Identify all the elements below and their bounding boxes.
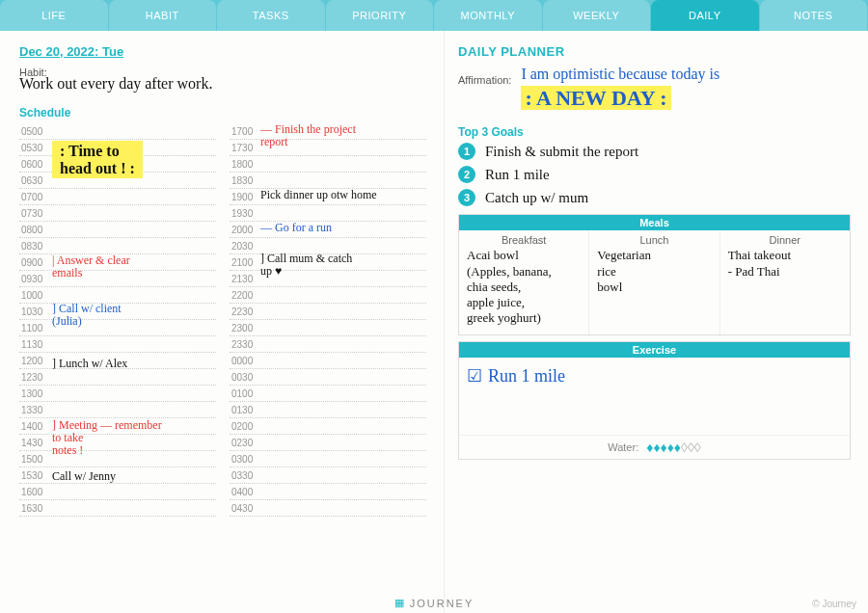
water-tracker[interactable]: Water: ♦♦♦♦♦◊◊◊	[459, 435, 850, 459]
habit-text[interactable]: Work out every day after work.	[19, 75, 426, 93]
exercise: Exercise ☑Run 1 mile Water: ♦♦♦♦♦◊◊◊	[458, 341, 851, 460]
right-column: DAILY PLANNER Affirmation: I am optimist…	[444, 31, 868, 613]
emails-note: | Answer & clear emails	[52, 254, 130, 280]
tab-notes[interactable]: NOTES	[760, 0, 868, 31]
time-slot[interactable]: 1530	[19, 467, 216, 484]
run-note: — Go for a run	[260, 222, 332, 234]
schedule: 0500053006000630070007300800083009000930…	[19, 123, 426, 517]
time-slot[interactable]: 2330	[230, 336, 426, 353]
tab-habit[interactable]: HABIT	[109, 0, 217, 31]
exercise-label: Exercise	[459, 342, 850, 358]
meal-breakfast[interactable]: BreakfastAcai bowl (Apples, banana, chia…	[459, 230, 589, 333]
lunch-note: ] Lunch w/ Alex	[52, 358, 127, 370]
tab-daily[interactable]: DAILY	[651, 0, 759, 31]
checkbox-icon: ☑	[467, 365, 482, 386]
time-slot[interactable]: 1600	[19, 484, 216, 500]
time-slot[interactable]: 0430	[230, 500, 426, 517]
tab-priority[interactable]: PRIORITY	[326, 0, 434, 31]
time-slot[interactable]: 1830	[230, 173, 426, 189]
time-slot[interactable]: 0330	[230, 467, 426, 484]
credit: © Journey	[812, 599, 856, 609]
mum-note: ] Call mum & catch up ♥	[260, 253, 352, 278]
time-slot[interactable]: 0800	[19, 222, 216, 238]
date[interactable]: Dec 20, 2022: Tue	[19, 44, 426, 59]
tab-monthly[interactable]: MONTHLY	[434, 0, 542, 31]
jenny-note: Call w/ Jenny	[52, 470, 116, 483]
time-slot[interactable]: 2200	[230, 287, 426, 304]
time-slot[interactable]: 2300	[230, 320, 426, 336]
water-drop-icon[interactable]: ◊	[688, 440, 694, 455]
time-slot[interactable]: 0000	[230, 353, 426, 369]
goals-label: Top 3 Goals	[458, 125, 851, 139]
meals: Meals BreakfastAcai bowl (Apples, banana…	[458, 214, 851, 334]
notebook-icon: ▦	[394, 597, 406, 609]
meal-dinner[interactable]: DinnerThai takeout - Pad Thai	[720, 230, 850, 333]
goal-2[interactable]: 2Run 1 mile	[458, 166, 851, 183]
affirmation[interactable]: I am optimistic because today is : A NEW…	[521, 65, 719, 112]
water-label: Water:	[608, 441, 638, 453]
meal-lunch[interactable]: LunchVegetarian rice bowl	[589, 230, 719, 333]
affirm-label: Affirmation:	[458, 74, 511, 86]
time-slot[interactable]: 0730	[19, 205, 216, 222]
dinner-note: Pick dinner up otw home	[260, 189, 377, 201]
time-slot[interactable]: 1800	[230, 156, 426, 173]
project-note: — Finish the project report	[260, 123, 356, 148]
headout-note: : Time to head out ! :	[52, 141, 143, 178]
water-drop-icon[interactable]: ◊	[681, 440, 688, 455]
left-column: Dec 20, 2022: Tue Habit: Work out every …	[0, 31, 444, 613]
schedule-col-2: 1700173018001830190019302000203021002130…	[230, 123, 426, 517]
time-slot[interactable]: 1930	[230, 205, 426, 222]
time-slot[interactable]: 0230	[230, 435, 426, 451]
time-slot[interactable]: 1330	[19, 402, 216, 418]
water-drop-icon[interactable]: ♦	[661, 440, 667, 455]
planner-title: DAILY PLANNER	[458, 44, 851, 59]
time-slot[interactable]: 0500	[19, 123, 216, 140]
time-slot[interactable]: 0030	[230, 369, 426, 386]
time-slot[interactable]: 0830	[19, 238, 216, 254]
meeting-note: ] Meeting — remember to take notes !	[52, 419, 162, 458]
time-slot[interactable]: 0400	[230, 484, 426, 500]
time-slot[interactable]: 1300	[19, 386, 216, 402]
time-slot[interactable]: 0300	[230, 451, 426, 467]
water-drop-icon[interactable]: ♦	[667, 440, 674, 455]
tab-bar: LIFE HABIT TASKS PRIORITY MONTHLY WEEKLY…	[0, 0, 868, 31]
meals-label: Meals	[459, 215, 850, 230]
time-slot[interactable]: 1130	[19, 336, 216, 353]
time-slot[interactable]: 1230	[19, 369, 216, 386]
time-slot[interactable]: 0200	[230, 418, 426, 435]
water-drop-icon[interactable]: ♦	[653, 440, 660, 455]
time-slot[interactable]: 0700	[19, 189, 216, 205]
client-note: ] Call w/ client (Julia)	[52, 303, 122, 328]
goal-1[interactable]: 1Finish & submit the report	[458, 143, 851, 160]
tab-tasks[interactable]: TASKS	[217, 0, 325, 31]
tab-weekly[interactable]: WEEKLY	[543, 0, 651, 31]
goals: 1Finish & submit the report 2Run 1 mile …	[458, 143, 851, 206]
water-drop-icon[interactable]: ♦	[674, 440, 681, 455]
water-drop-icon[interactable]: ◊	[694, 440, 701, 455]
schedule-label: Schedule	[19, 106, 426, 120]
footer-brand: ▦JOURNEY	[394, 597, 475, 609]
time-slot[interactable]: 0100	[230, 386, 426, 402]
exercise-text[interactable]: ☑Run 1 mile	[459, 358, 850, 435]
tab-life[interactable]: LIFE	[0, 0, 108, 31]
time-slot[interactable]: 2230	[230, 304, 426, 320]
time-slot[interactable]: 1630	[19, 500, 216, 517]
goal-3[interactable]: 3Catch up w/ mum	[458, 189, 851, 206]
time-slot[interactable]: 0130	[230, 402, 426, 418]
page: Dec 20, 2022: Tue Habit: Work out every …	[0, 31, 868, 613]
